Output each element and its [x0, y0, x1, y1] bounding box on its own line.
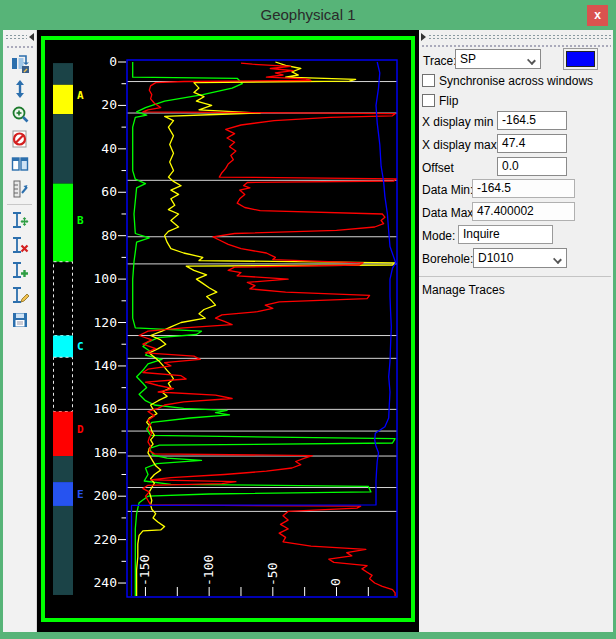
- move-marker-icon: [10, 210, 30, 230]
- collapse-right-icon: [421, 33, 426, 41]
- litho-block: [53, 506, 73, 595]
- window-title: Geophysical 1: [0, 0, 616, 30]
- depth-tick-label: 120: [94, 315, 117, 330]
- trace-select[interactable]: SP: [455, 49, 541, 69]
- panel-separator: [419, 276, 611, 277]
- delete-marker-button[interactable]: [6, 233, 34, 257]
- duplicate-window-button[interactable]: [6, 52, 34, 76]
- x-tick-label: -150: [137, 555, 152, 586]
- x-display-min-label: X display min: [422, 115, 493, 129]
- mode-label: Mode:: [422, 229, 455, 243]
- zoom-in-button[interactable]: [6, 102, 34, 126]
- title-bar[interactable]: Geophysical 1 x: [0, 0, 616, 30]
- depth-tick-label: 40: [101, 141, 117, 156]
- litho-block: [53, 482, 73, 506]
- depth-tick-label: 180: [94, 445, 117, 460]
- depth-tick-label: 20: [101, 97, 117, 112]
- depth-tick-label: 80: [101, 228, 117, 243]
- x-tick-label: 0: [328, 578, 343, 586]
- depth-tick-label: 0: [109, 54, 117, 69]
- vertical-stretch-button[interactable]: [6, 77, 34, 101]
- data-min-label: Data Min:: [422, 183, 473, 197]
- save-button[interactable]: [6, 308, 34, 332]
- litho-block: [53, 184, 73, 262]
- borehole-label: Borehole:: [422, 252, 473, 266]
- add-marker-icon: [10, 260, 30, 280]
- depth-ruler-icon: [10, 179, 30, 199]
- flip-label: Flip: [439, 94, 458, 108]
- synchronise-label: Synchronise across windows: [439, 74, 593, 88]
- block-button[interactable]: [6, 127, 34, 151]
- depth-tick-label: 160: [94, 401, 117, 416]
- borehole-select-value: D1010: [478, 251, 513, 265]
- window-body: ABCDE020406080100120140160180200220240-1…: [3, 30, 613, 632]
- depth-tick-label: 220: [94, 532, 117, 547]
- litho-block-dashed: [54, 357, 73, 411]
- depth-tick-label: 200: [94, 488, 117, 503]
- depth-tick-label: 60: [101, 184, 117, 199]
- offset-input[interactable]: 0.0: [497, 157, 567, 176]
- litho-label: D: [77, 423, 84, 436]
- collapse-left-icon: [29, 33, 34, 41]
- x-display-max-label: X display max: [422, 138, 497, 152]
- mode-value[interactable]: Inquire: [458, 225, 553, 244]
- add-marker-button[interactable]: [6, 258, 34, 282]
- x-display-min-input[interactable]: -164.5: [497, 111, 567, 130]
- data-max-label: Data Max:: [422, 206, 477, 220]
- litho-label: B: [77, 214, 84, 227]
- edit-marker-icon: [10, 285, 30, 305]
- litho-label: C: [77, 340, 84, 353]
- litho-block: [53, 456, 73, 482]
- move-marker-button[interactable]: [6, 208, 34, 232]
- synchronise-checkbox[interactable]: [422, 74, 435, 87]
- grip-dots-icon: [428, 34, 611, 40]
- zoom-in-icon: [10, 104, 30, 124]
- app-window: Geophysical 1 x: [0, 0, 616, 639]
- x-tick-label: -50: [265, 563, 280, 586]
- manage-traces-link[interactable]: Manage Traces: [422, 283, 505, 297]
- litho-block: [53, 336, 73, 358]
- toolbar-separator: [7, 204, 32, 205]
- toolbar-drag-handle[interactable]: [6, 45, 33, 50]
- control-panel: Trace: SP Synchronise across windows Fli…: [419, 30, 613, 632]
- litho-label: A: [77, 89, 84, 102]
- trace-label: Trace:: [423, 54, 457, 68]
- left-toolbar: [3, 30, 37, 632]
- grip-dots-icon: [5, 34, 27, 40]
- litho-label: E: [77, 488, 84, 501]
- litho-block: [53, 412, 73, 457]
- tile-windows-button[interactable]: [6, 152, 34, 176]
- depth-tick-label: 140: [94, 358, 117, 373]
- block-icon: [10, 129, 30, 149]
- delete-marker-icon: [10, 235, 30, 255]
- borehole-select[interactable]: D1010: [473, 248, 567, 268]
- x-display-max-input[interactable]: 47.4: [497, 134, 567, 153]
- trace-color-fill: [566, 51, 595, 67]
- log-plot-widget: ABCDE020406080100120140160180200220240-1…: [37, 30, 419, 632]
- offset-label: Offset: [422, 161, 454, 175]
- trace-select-value: SP: [460, 52, 476, 66]
- x-tick-label: -100: [201, 555, 216, 586]
- plot-canvas[interactable]: ABCDE020406080100120140160180200220240-1…: [37, 30, 419, 632]
- data-min-value: -164.5: [472, 179, 575, 198]
- trace-color-swatch[interactable]: [563, 48, 598, 70]
- depth-ruler-button[interactable]: [6, 177, 34, 201]
- vertical-stretch-icon: [10, 79, 30, 99]
- litho-block: [53, 63, 73, 85]
- duplicate-window-icon: [10, 54, 30, 74]
- litho-block: [53, 85, 73, 114]
- data-max-value: 47.400002: [472, 202, 575, 221]
- flip-checkbox[interactable]: [422, 94, 435, 107]
- panel-grip[interactable]: [419, 30, 613, 43]
- chevron-down-icon: [553, 255, 562, 264]
- chevron-down-icon: [527, 56, 536, 65]
- tile-windows-icon: [10, 154, 30, 174]
- toolbar-grip[interactable]: [3, 30, 36, 44]
- depth-tick-label: 100: [94, 271, 117, 286]
- edit-marker-button[interactable]: [6, 283, 34, 307]
- close-button[interactable]: x: [587, 5, 608, 26]
- litho-block: [53, 114, 73, 183]
- litho-block-dashed: [54, 262, 73, 336]
- save-icon: [10, 310, 30, 330]
- depth-tick-label: 240: [94, 575, 117, 590]
